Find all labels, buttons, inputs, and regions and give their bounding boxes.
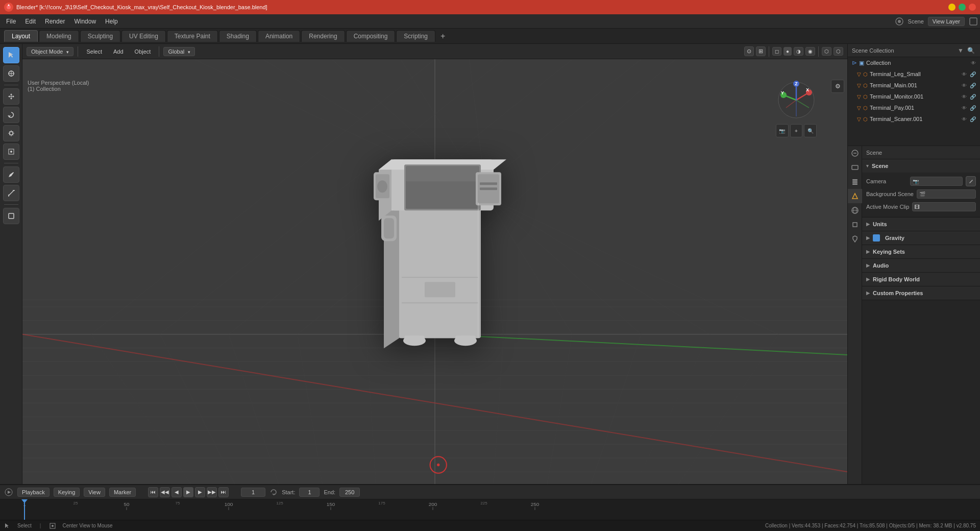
viewport[interactable]: Object Mode ▾ Select Add Object Global ▾: [22, 44, 847, 484]
section-custom-props-header[interactable]: ▶ Custom Properties: [862, 286, 980, 300]
shading-solid-btn[interactable]: ●: [783, 47, 792, 56]
maximize-button[interactable]: [959, 4, 966, 11]
section-keying-sets-header[interactable]: ▶ Keying Sets: [862, 245, 980, 258]
prop-camera-value[interactable]: 📷: [910, 177, 963, 186]
menu-render[interactable]: Render: [41, 16, 69, 27]
timeline-keying-menu[interactable]: Keying: [54, 488, 80, 497]
timeline-marker-menu[interactable]: Marker: [109, 488, 136, 497]
play-next-frame-btn[interactable]: ▶: [195, 487, 205, 497]
prop-view-layer-icon[interactable]: [848, 175, 862, 189]
shading-wireframe-btn[interactable]: ◻: [772, 47, 781, 56]
navigation-gizmo[interactable]: X Y Z 📷 + 🔍: [776, 80, 817, 120]
viewport-view-options[interactable]: ⚙: [831, 80, 844, 93]
prop-world-icon[interactable]: [848, 203, 862, 218]
global-local-toggle[interactable]: Global ▾: [163, 47, 195, 56]
outliner-row-main[interactable]: ▽ ⬡ Terminal_Main.001 👁 🔗: [848, 80, 980, 91]
prop-output-icon[interactable]: [848, 160, 862, 175]
prop-object-icon[interactable]: [848, 218, 862, 232]
tab-shading[interactable]: Shading: [219, 30, 257, 42]
timeline-view-menu[interactable]: View: [84, 488, 105, 497]
prop-scene-icon[interactable]: [848, 189, 862, 203]
outliner-restrict-5[interactable]: 🔗: [970, 105, 976, 111]
menu-window[interactable]: Window: [70, 16, 100, 27]
play-prev-frame-btn[interactable]: ◀: [172, 487, 182, 497]
timeline-playback-menu[interactable]: Playback: [17, 488, 50, 497]
gizmo-cursor-btn[interactable]: +: [790, 124, 803, 137]
tool-annotate[interactable]: [3, 166, 19, 183]
menu-file[interactable]: File: [2, 16, 20, 27]
gravity-checkbox[interactable]: [873, 234, 880, 242]
outliner-filter-icon[interactable]: ▼: [957, 46, 965, 55]
outliner-vis-1[interactable]: 👁: [971, 60, 976, 66]
tool-cursor[interactable]: [3, 65, 19, 82]
gizmo-zoom-btn[interactable]: 🔍: [804, 124, 817, 137]
prop-render-icon[interactable]: [848, 146, 862, 160]
outliner-row-pay[interactable]: ▽ ⬡ Terminal_Pay.001 👁 🔗: [848, 102, 980, 113]
menu-edit[interactable]: Edit: [21, 16, 40, 27]
end-frame-input[interactable]: 250: [339, 488, 360, 497]
tab-rendering[interactable]: Rendering: [301, 30, 345, 42]
tool-select[interactable]: [3, 47, 19, 63]
section-audio-header[interactable]: ▶ Audio: [862, 259, 980, 272]
tab-layout[interactable]: Layout: [4, 30, 38, 42]
outliner-restrict-3[interactable]: 🔗: [970, 83, 976, 88]
outliner-search-icon[interactable]: 🔍: [966, 46, 976, 55]
outliner-vis-3[interactable]: 👁: [962, 83, 967, 88]
menu-help[interactable]: Help: [101, 16, 122, 27]
tab-modeling[interactable]: Modeling: [39, 30, 79, 42]
tab-compositing[interactable]: Compositing: [346, 30, 396, 42]
tab-texture-paint[interactable]: Texture Paint: [167, 30, 218, 42]
play-jump-end-btn[interactable]: ⏭: [218, 487, 229, 497]
viewport-add-menu[interactable]: Add: [109, 47, 128, 56]
overlay-btn[interactable]: ⬡: [822, 47, 831, 56]
close-button[interactable]: [969, 4, 976, 11]
timeline-track[interactable]: 1 50 100 150 200 250 25 75 125 175 225: [0, 499, 980, 520]
outliner-row-scaner[interactable]: ▽ ⬡ Terminal_Scaner.001 👁 🔗: [848, 113, 980, 125]
tool-move[interactable]: [3, 88, 19, 105]
section-scene-header[interactable]: ▾ Scene: [862, 159, 980, 173]
outliner-row-scene-collection[interactable]: ⊳ ▣ Collection 👁: [848, 57, 980, 68]
add-workspace-button[interactable]: +: [436, 30, 449, 43]
outliner-row-leg[interactable]: ▽ ⬡ Terminal_Leg_Small 👁 🔗: [848, 68, 980, 80]
outliner-row-monitor[interactable]: ▽ ⬡ Terminal_Monitor.001 👁 🔗: [848, 91, 980, 102]
viewport-view-menu[interactable]: Select: [82, 47, 106, 56]
viewport-content[interactable]: User Perspective (Local) (1) Collection: [22, 59, 847, 484]
current-frame-input[interactable]: 1: [241, 488, 265, 497]
play-jump-start-btn[interactable]: ⏮: [148, 487, 158, 497]
play-next-key-btn[interactable]: ▶▶: [207, 487, 217, 497]
proportional-edit-btn[interactable]: ⊙: [744, 46, 754, 56]
tab-sculpting[interactable]: Sculpting: [80, 30, 120, 42]
gizmo-cam-btn[interactable]: 📷: [776, 124, 789, 137]
shading-render-btn[interactable]: ◉: [805, 47, 815, 56]
tool-add-cube[interactable]: [3, 208, 19, 224]
snap-btn[interactable]: ⊞: [756, 46, 766, 56]
play-prev-key-btn[interactable]: ◀◀: [160, 487, 170, 497]
shading-material-btn[interactable]: ◑: [794, 47, 803, 56]
tab-animation[interactable]: Animation: [258, 30, 300, 42]
outliner-vis-2[interactable]: 👁: [962, 71, 967, 77]
tab-uv-editing[interactable]: UV Editing: [121, 30, 166, 42]
prop-modifier-icon[interactable]: [848, 232, 862, 246]
play-btn[interactable]: ▶: [183, 487, 193, 497]
outliner-restrict-6[interactable]: 🔗: [970, 116, 976, 122]
viewport-object-menu[interactable]: Object: [131, 47, 155, 56]
tool-measure[interactable]: [3, 185, 19, 201]
section-rigid-body-header[interactable]: ▶ Rigid Body World: [862, 273, 980, 286]
prop-bg-scene-value[interactable]: 🎬: [917, 189, 976, 199]
xray-btn[interactable]: ⬡: [834, 47, 843, 56]
section-gravity-header[interactable]: ▶ Gravity: [862, 231, 980, 245]
tool-scale[interactable]: [3, 125, 19, 141]
tool-rotate[interactable]: [3, 107, 19, 123]
camera-edit-btn[interactable]: [966, 176, 976, 186]
outliner-vis-6[interactable]: 👁: [962, 116, 967, 122]
outliner-vis-4[interactable]: 👁: [962, 94, 967, 100]
object-mode-dropdown[interactable]: Object Mode ▾: [27, 47, 74, 56]
prop-movie-clip-value[interactable]: 🎞: [912, 202, 976, 211]
tab-scripting[interactable]: Scripting: [396, 30, 435, 42]
outliner-vis-5[interactable]: 👁: [962, 105, 967, 111]
minimize-button[interactable]: [948, 4, 955, 11]
tool-transform[interactable]: [3, 143, 19, 160]
outliner-restrict-4[interactable]: 🔗: [970, 94, 976, 100]
view-layer-button[interactable]: View Layer: [928, 17, 965, 26]
start-frame-input[interactable]: 1: [299, 488, 320, 497]
